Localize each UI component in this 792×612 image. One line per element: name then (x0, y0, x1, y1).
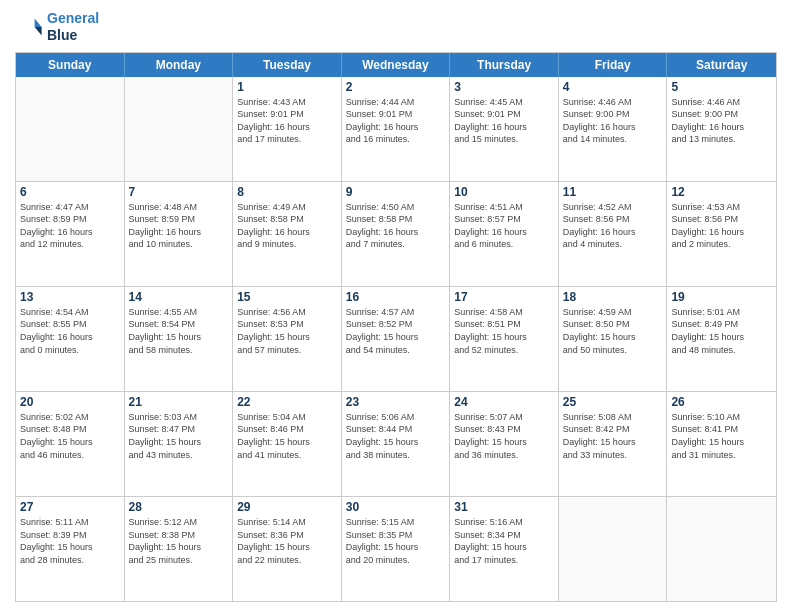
calendar-cell: 21Sunrise: 5:03 AMSunset: 8:47 PMDayligh… (125, 392, 234, 496)
cell-line2: Sunset: 8:39 PM (20, 529, 120, 542)
calendar-cell: 26Sunrise: 5:10 AMSunset: 8:41 PMDayligh… (667, 392, 776, 496)
calendar-row-1: 1Sunrise: 4:43 AMSunset: 9:01 PMDaylight… (16, 77, 776, 181)
calendar-cell: 9Sunrise: 4:50 AMSunset: 8:58 PMDaylight… (342, 182, 451, 286)
cell-line1: Sunrise: 4:58 AM (454, 306, 554, 319)
calendar-cell: 1Sunrise: 4:43 AMSunset: 9:01 PMDaylight… (233, 77, 342, 181)
cell-line2: Sunset: 8:59 PM (20, 213, 120, 226)
cell-line3: Daylight: 16 hours (454, 121, 554, 134)
calendar-cell: 17Sunrise: 4:58 AMSunset: 8:51 PMDayligh… (450, 287, 559, 391)
day-number: 27 (20, 500, 120, 514)
cell-line3: Daylight: 15 hours (237, 541, 337, 554)
cell-line3: Daylight: 16 hours (20, 331, 120, 344)
cell-line1: Sunrise: 4:50 AM (346, 201, 446, 214)
cell-line2: Sunset: 8:44 PM (346, 423, 446, 436)
day-number: 28 (129, 500, 229, 514)
cell-line2: Sunset: 8:36 PM (237, 529, 337, 542)
cell-line4: and 4 minutes. (563, 238, 663, 251)
cell-line3: Daylight: 15 hours (237, 331, 337, 344)
cell-line1: Sunrise: 4:51 AM (454, 201, 554, 214)
page: General Blue SundayMondayTuesdayWednesda… (0, 0, 792, 612)
cell-line1: Sunrise: 4:48 AM (129, 201, 229, 214)
calendar-cell: 19Sunrise: 5:01 AMSunset: 8:49 PMDayligh… (667, 287, 776, 391)
cell-line3: Daylight: 16 hours (563, 226, 663, 239)
calendar-cell: 3Sunrise: 4:45 AMSunset: 9:01 PMDaylight… (450, 77, 559, 181)
cell-line1: Sunrise: 5:08 AM (563, 411, 663, 424)
cell-line3: Daylight: 15 hours (20, 541, 120, 554)
cell-line1: Sunrise: 4:54 AM (20, 306, 120, 319)
cell-line3: Daylight: 15 hours (20, 436, 120, 449)
calendar-cell: 2Sunrise: 4:44 AMSunset: 9:01 PMDaylight… (342, 77, 451, 181)
cell-line3: Daylight: 15 hours (454, 541, 554, 554)
cell-line2: Sunset: 9:00 PM (671, 108, 772, 121)
cell-line1: Sunrise: 5:16 AM (454, 516, 554, 529)
cell-line3: Daylight: 15 hours (346, 331, 446, 344)
cell-line3: Daylight: 15 hours (346, 436, 446, 449)
cell-line3: Daylight: 16 hours (20, 226, 120, 239)
cell-line1: Sunrise: 5:10 AM (671, 411, 772, 424)
cell-line1: Sunrise: 4:47 AM (20, 201, 120, 214)
cell-line1: Sunrise: 5:15 AM (346, 516, 446, 529)
cell-line1: Sunrise: 5:06 AM (346, 411, 446, 424)
cell-line3: Daylight: 16 hours (237, 226, 337, 239)
day-number: 8 (237, 185, 337, 199)
header-day-friday: Friday (559, 53, 668, 77)
cell-line1: Sunrise: 4:43 AM (237, 96, 337, 109)
calendar-cell: 5Sunrise: 4:46 AMSunset: 9:00 PMDaylight… (667, 77, 776, 181)
cell-line1: Sunrise: 5:03 AM (129, 411, 229, 424)
cell-line4: and 46 minutes. (20, 449, 120, 462)
cell-line1: Sunrise: 4:56 AM (237, 306, 337, 319)
cell-line4: and 58 minutes. (129, 344, 229, 357)
cell-line2: Sunset: 8:46 PM (237, 423, 337, 436)
calendar-cell: 12Sunrise: 4:53 AMSunset: 8:56 PMDayligh… (667, 182, 776, 286)
cell-line4: and 36 minutes. (454, 449, 554, 462)
cell-line4: and 2 minutes. (671, 238, 772, 251)
calendar-cell: 4Sunrise: 4:46 AMSunset: 9:00 PMDaylight… (559, 77, 668, 181)
day-number: 15 (237, 290, 337, 304)
day-number: 24 (454, 395, 554, 409)
calendar-cell: 14Sunrise: 4:55 AMSunset: 8:54 PMDayligh… (125, 287, 234, 391)
day-number: 3 (454, 80, 554, 94)
cell-line2: Sunset: 8:54 PM (129, 318, 229, 331)
calendar-row-3: 13Sunrise: 4:54 AMSunset: 8:55 PMDayligh… (16, 286, 776, 391)
cell-line1: Sunrise: 4:46 AM (671, 96, 772, 109)
day-number: 6 (20, 185, 120, 199)
day-number: 25 (563, 395, 663, 409)
cell-line3: Daylight: 16 hours (671, 226, 772, 239)
cell-line4: and 12 minutes. (20, 238, 120, 251)
calendar-cell: 27Sunrise: 5:11 AMSunset: 8:39 PMDayligh… (16, 497, 125, 601)
calendar-cell (125, 77, 234, 181)
header-day-saturday: Saturday (667, 53, 776, 77)
cell-line2: Sunset: 9:01 PM (346, 108, 446, 121)
day-number: 4 (563, 80, 663, 94)
calendar-row-5: 27Sunrise: 5:11 AMSunset: 8:39 PMDayligh… (16, 496, 776, 601)
cell-line3: Daylight: 16 hours (237, 121, 337, 134)
cell-line3: Daylight: 15 hours (129, 541, 229, 554)
cell-line4: and 7 minutes. (346, 238, 446, 251)
calendar-cell: 20Sunrise: 5:02 AMSunset: 8:48 PMDayligh… (16, 392, 125, 496)
day-number: 7 (129, 185, 229, 199)
cell-line1: Sunrise: 5:11 AM (20, 516, 120, 529)
day-number: 17 (454, 290, 554, 304)
cell-line2: Sunset: 8:34 PM (454, 529, 554, 542)
cell-line4: and 0 minutes. (20, 344, 120, 357)
calendar-cell: 22Sunrise: 5:04 AMSunset: 8:46 PMDayligh… (233, 392, 342, 496)
calendar-cell: 11Sunrise: 4:52 AMSunset: 8:56 PMDayligh… (559, 182, 668, 286)
cell-line1: Sunrise: 5:04 AM (237, 411, 337, 424)
cell-line4: and 52 minutes. (454, 344, 554, 357)
cell-line2: Sunset: 9:00 PM (563, 108, 663, 121)
cell-line4: and 9 minutes. (237, 238, 337, 251)
cell-line4: and 57 minutes. (237, 344, 337, 357)
cell-line3: Daylight: 15 hours (454, 436, 554, 449)
cell-line3: Daylight: 16 hours (563, 121, 663, 134)
calendar-cell: 16Sunrise: 4:57 AMSunset: 8:52 PMDayligh… (342, 287, 451, 391)
cell-line3: Daylight: 15 hours (563, 436, 663, 449)
cell-line4: and 10 minutes. (129, 238, 229, 251)
cell-line4: and 38 minutes. (346, 449, 446, 462)
cell-line4: and 28 minutes. (20, 554, 120, 567)
cell-line4: and 6 minutes. (454, 238, 554, 251)
cell-line4: and 17 minutes. (237, 133, 337, 146)
day-number: 1 (237, 80, 337, 94)
cell-line1: Sunrise: 5:07 AM (454, 411, 554, 424)
cell-line4: and 20 minutes. (346, 554, 446, 567)
day-number: 21 (129, 395, 229, 409)
